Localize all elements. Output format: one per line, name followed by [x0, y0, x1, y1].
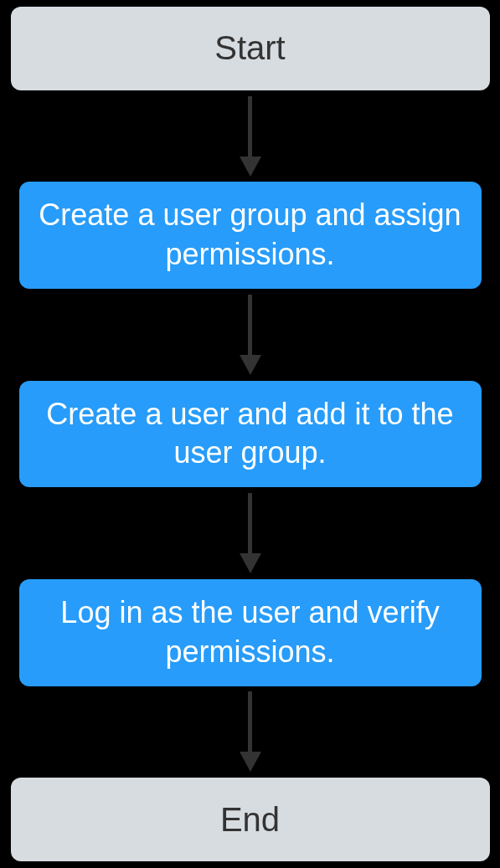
end-label: End	[220, 801, 280, 839]
step1-node: Create a user group and assign permissio…	[19, 182, 482, 289]
step3-node: Log in as the user and verify permission…	[19, 579, 482, 686]
arrow-icon	[240, 487, 261, 579]
arrow-icon	[240, 686, 261, 778]
step1-label: Create a user group and assign permissio…	[36, 196, 465, 275]
step3-label: Log in as the user and verify permission…	[36, 593, 465, 672]
start-label: Start	[214, 29, 285, 67]
step2-label: Create a user and add it to the user gro…	[36, 395, 465, 474]
start-node: Start	[11, 7, 490, 90]
arrow-icon	[240, 90, 261, 182]
end-node: End	[11, 778, 490, 861]
step2-node: Create a user and add it to the user gro…	[19, 381, 482, 488]
arrow-icon	[240, 289, 261, 381]
